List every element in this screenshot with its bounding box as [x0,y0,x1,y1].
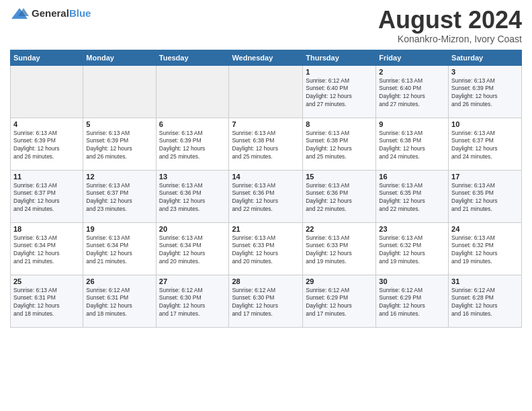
day-cell: 21Sunrise: 6:13 AM Sunset: 6:33 PM Dayli… [229,222,303,275]
day-number: 15 [306,173,373,181]
day-cell: 16Sunrise: 6:13 AM Sunset: 6:35 PM Dayli… [376,170,449,222]
day-cell: 31Sunrise: 6:12 AM Sunset: 6:28 PM Dayli… [449,275,522,327]
day-number: 11 [13,173,80,181]
header-row: Sunday Monday Tuesday Wednesday Thursday… [11,50,522,65]
day-number: 8 [306,120,373,128]
day-cell: 19Sunrise: 6:13 AM Sunset: 6:34 PM Dayli… [83,222,156,275]
day-cell: 23Sunrise: 6:13 AM Sunset: 6:32 PM Dayli… [376,222,449,275]
day-info: Sunrise: 6:13 AM Sunset: 6:39 PM Dayligh… [86,130,152,162]
col-friday: Friday [376,50,449,65]
day-number: 9 [379,120,445,128]
location: Konankro-Mizron, Ivory Coast [378,34,522,44]
day-info: Sunrise: 6:13 AM Sunset: 6:33 PM Dayligh… [306,234,373,267]
day-number: 6 [159,120,226,128]
day-info: Sunrise: 6:13 AM Sunset: 6:32 PM Dayligh… [379,234,445,267]
day-info: Sunrise: 6:13 AM Sunset: 6:35 PM Dayligh… [451,182,519,214]
day-cell: 24Sunrise: 6:13 AM Sunset: 6:32 PM Dayli… [449,222,522,275]
day-number: 10 [451,120,519,128]
day-number: 22 [306,225,373,233]
day-cell: 30Sunrise: 6:12 AM Sunset: 6:29 PM Dayli… [376,275,449,327]
day-cell: 4Sunrise: 6:13 AM Sunset: 6:39 PM Daylig… [11,118,83,170]
day-cell: 8Sunrise: 6:13 AM Sunset: 6:38 PM Daylig… [303,118,376,170]
day-info: Sunrise: 6:12 AM Sunset: 6:30 PM Dayligh… [232,287,300,319]
day-info: Sunrise: 6:12 AM Sunset: 6:31 PM Dayligh… [86,287,152,319]
day-cell [11,65,83,118]
day-cell: 20Sunrise: 6:13 AM Sunset: 6:34 PM Dayli… [156,222,229,275]
day-cell: 27Sunrise: 6:12 AM Sunset: 6:30 PM Dayli… [156,275,229,327]
day-info: Sunrise: 6:13 AM Sunset: 6:39 PM Dayligh… [159,130,226,162]
day-info: Sunrise: 6:13 AM Sunset: 6:38 PM Dayligh… [306,130,373,162]
logo-text-blue: Blue [69,7,91,19]
day-number: 16 [379,173,445,181]
day-cell: 10Sunrise: 6:13 AM Sunset: 6:37 PM Dayli… [449,118,522,170]
day-number: 3 [451,68,519,76]
day-cell [83,65,156,118]
day-info: Sunrise: 6:12 AM Sunset: 6:40 PM Dayligh… [306,77,373,109]
day-number: 30 [379,277,445,285]
day-number: 19 [86,225,152,233]
day-number: 17 [451,173,519,181]
week-row-2: 4Sunrise: 6:13 AM Sunset: 6:39 PM Daylig… [11,118,522,170]
day-info: Sunrise: 6:13 AM Sunset: 6:32 PM Dayligh… [451,234,519,267]
day-info: Sunrise: 6:13 AM Sunset: 6:33 PM Dayligh… [232,234,300,267]
day-number: 1 [306,68,373,76]
day-info: Sunrise: 6:13 AM Sunset: 6:39 PM Dayligh… [13,130,80,162]
day-info: Sunrise: 6:12 AM Sunset: 6:28 PM Dayligh… [451,287,519,319]
col-tuesday: Tuesday [156,50,229,65]
logo-icon [10,7,29,20]
day-info: Sunrise: 6:13 AM Sunset: 6:39 PM Dayligh… [451,77,519,109]
logo: GeneralBlue [10,7,91,20]
day-number: 12 [86,173,152,181]
day-info: Sunrise: 6:13 AM Sunset: 6:31 PM Dayligh… [13,287,80,319]
day-cell: 2Sunrise: 6:13 AM Sunset: 6:40 PM Daylig… [376,65,449,118]
day-info: Sunrise: 6:13 AM Sunset: 6:34 PM Dayligh… [13,234,80,267]
day-cell: 15Sunrise: 6:13 AM Sunset: 6:36 PM Dayli… [303,170,376,222]
week-row-3: 11Sunrise: 6:13 AM Sunset: 6:37 PM Dayli… [11,170,522,222]
col-wednesday: Wednesday [229,50,303,65]
day-info: Sunrise: 6:13 AM Sunset: 6:34 PM Dayligh… [86,234,152,267]
day-cell: 28Sunrise: 6:12 AM Sunset: 6:30 PM Dayli… [229,275,303,327]
day-cell: 13Sunrise: 6:13 AM Sunset: 6:36 PM Dayli… [156,170,229,222]
day-cell: 7Sunrise: 6:13 AM Sunset: 6:38 PM Daylig… [229,118,303,170]
day-cell: 22Sunrise: 6:13 AM Sunset: 6:33 PM Dayli… [303,222,376,275]
day-number: 2 [379,68,445,76]
day-cell: 18Sunrise: 6:13 AM Sunset: 6:34 PM Dayli… [11,222,83,275]
col-monday: Monday [83,50,156,65]
day-cell: 25Sunrise: 6:13 AM Sunset: 6:31 PM Dayli… [11,275,83,327]
day-info: Sunrise: 6:13 AM Sunset: 6:36 PM Dayligh… [159,182,226,214]
day-cell: 12Sunrise: 6:13 AM Sunset: 6:37 PM Dayli… [83,170,156,222]
day-info: Sunrise: 6:13 AM Sunset: 6:35 PM Dayligh… [379,182,445,214]
week-row-1: 1Sunrise: 6:12 AM Sunset: 6:40 PM Daylig… [11,65,522,118]
day-number: 18 [13,225,80,233]
day-number: 13 [159,173,226,181]
day-number: 5 [86,120,152,128]
day-cell: 6Sunrise: 6:13 AM Sunset: 6:39 PM Daylig… [156,118,229,170]
month-year: August 2024 [378,7,522,34]
day-cell: 3Sunrise: 6:13 AM Sunset: 6:39 PM Daylig… [449,65,522,118]
day-info: Sunrise: 6:13 AM Sunset: 6:37 PM Dayligh… [13,182,80,214]
day-cell [229,65,303,118]
header: GeneralBlue August 2024 Konankro-Mizron,… [10,7,522,44]
day-cell: 29Sunrise: 6:12 AM Sunset: 6:29 PM Dayli… [303,275,376,327]
day-info: Sunrise: 6:13 AM Sunset: 6:38 PM Dayligh… [379,130,445,162]
day-number: 23 [379,225,445,233]
day-cell: 26Sunrise: 6:12 AM Sunset: 6:31 PM Dayli… [83,275,156,327]
day-number: 25 [13,277,80,285]
day-info: Sunrise: 6:13 AM Sunset: 6:38 PM Dayligh… [232,130,300,162]
day-number: 7 [232,120,300,128]
day-number: 29 [306,277,373,285]
col-sunday: Sunday [11,50,83,65]
day-info: Sunrise: 6:12 AM Sunset: 6:30 PM Dayligh… [159,287,226,319]
col-thursday: Thursday [303,50,376,65]
day-cell: 14Sunrise: 6:13 AM Sunset: 6:36 PM Dayli… [229,170,303,222]
day-info: Sunrise: 6:13 AM Sunset: 6:36 PM Dayligh… [306,182,373,214]
logo-text-general: General [32,7,69,19]
day-cell: 1Sunrise: 6:12 AM Sunset: 6:40 PM Daylig… [303,65,376,118]
day-info: Sunrise: 6:13 AM Sunset: 6:40 PM Dayligh… [379,77,445,109]
day-number: 26 [86,277,152,285]
day-cell [156,65,229,118]
day-cell: 17Sunrise: 6:13 AM Sunset: 6:35 PM Dayli… [449,170,522,222]
day-number: 28 [232,277,300,285]
day-info: Sunrise: 6:13 AM Sunset: 6:37 PM Dayligh… [451,130,519,162]
day-number: 31 [451,277,519,285]
